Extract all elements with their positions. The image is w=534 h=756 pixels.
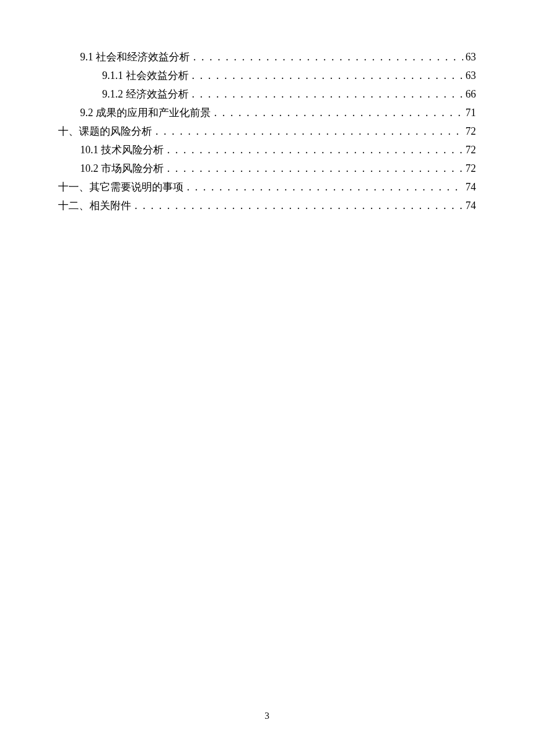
toc-entry: 10.1 技术风险分析 72 bbox=[58, 141, 476, 159]
toc-label: 10.2 市场风险分析 bbox=[80, 159, 164, 178]
toc-page-number: 63 bbox=[466, 66, 476, 85]
toc-label: 十一、其它需要说明的事项 bbox=[58, 178, 183, 196]
toc-label: 9.1.2 经济效益分析 bbox=[102, 85, 189, 103]
toc-label: 9.1.1 社会效益分析 bbox=[102, 66, 189, 85]
toc-page-number: 63 bbox=[466, 48, 476, 66]
toc-entry: 9.1.1 社会效益分析 63 bbox=[58, 66, 476, 85]
toc-leader-dots bbox=[156, 122, 463, 141]
toc-page-number: 74 bbox=[466, 178, 476, 196]
toc-leader-dots bbox=[167, 159, 463, 178]
toc-leader-dots bbox=[193, 48, 463, 66]
toc-entry: 9.1 社会和经济效益分析 63 bbox=[58, 48, 476, 66]
toc-page-number: 72 bbox=[466, 159, 476, 178]
toc-leader-dots bbox=[167, 141, 463, 159]
toc-page-number: 71 bbox=[466, 103, 476, 122]
toc-entry: 十、课题的风险分析 72 bbox=[58, 122, 476, 141]
toc-entry: 十一、其它需要说明的事项 74 bbox=[58, 178, 476, 196]
toc-label: 十、课题的风险分析 bbox=[58, 122, 152, 141]
toc-page-number: 74 bbox=[466, 196, 476, 215]
toc-label: 十二、相关附件 bbox=[58, 196, 131, 215]
toc-entry: 9.1.2 经济效益分析 66 bbox=[58, 85, 476, 103]
page-number: 3 bbox=[0, 711, 534, 721]
toc-label: 9.1 社会和经济效益分析 bbox=[80, 48, 190, 66]
page-content: 9.1 社会和经济效益分析 63 9.1.1 社会效益分析 63 9.1.2 经… bbox=[0, 0, 534, 215]
toc-entry: 十二、相关附件 74 bbox=[58, 196, 476, 215]
toc-entry: 9.2 成果的应用和产业化前景 71 bbox=[58, 103, 476, 122]
toc-leader-dots bbox=[187, 178, 463, 196]
toc-label: 10.1 技术风险分析 bbox=[80, 141, 164, 159]
toc-label: 9.2 成果的应用和产业化前景 bbox=[80, 103, 211, 122]
toc-leader-dots bbox=[214, 103, 463, 122]
toc-leader-dots bbox=[192, 66, 464, 85]
toc-leader-dots bbox=[192, 85, 464, 103]
toc-entry: 10.2 市场风险分析 72 bbox=[58, 159, 476, 178]
toc-page-number: 72 bbox=[466, 122, 476, 141]
toc-page-number: 66 bbox=[466, 85, 476, 103]
toc-page-number: 72 bbox=[466, 141, 476, 159]
table-of-contents: 9.1 社会和经济效益分析 63 9.1.1 社会效益分析 63 9.1.2 经… bbox=[58, 48, 476, 215]
toc-leader-dots bbox=[135, 196, 463, 215]
